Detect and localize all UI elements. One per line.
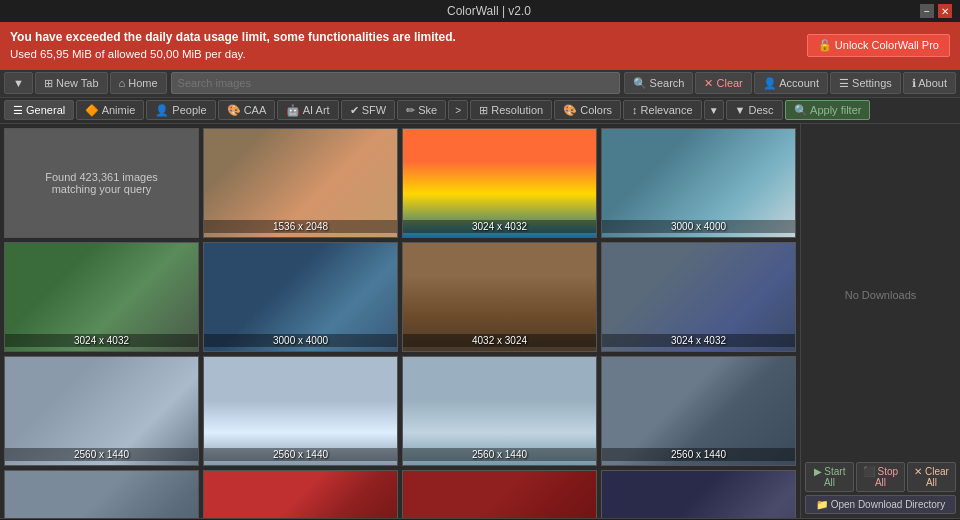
image-size-label: 3024 x 4032: [602, 334, 795, 347]
banner: You have exceeded the daily data usage l…: [0, 22, 960, 70]
image-size-label: 4032 x 3024: [403, 334, 596, 347]
unlock-button[interactable]: 🔓 Unlock ColorWall Pro: [807, 34, 950, 57]
search-button[interactable]: 🔍 Search: [624, 72, 694, 94]
sidebar: No Downloads ▶ Start All ⬛ Stop All ✕ Cl…: [800, 124, 960, 518]
dl-row-2: 📁 Open Download Directory: [805, 495, 956, 514]
filter-bar: ☰ General 🔶 Animie 👤 People 🎨 CAA 🤖 AI A…: [0, 98, 960, 124]
account-button[interactable]: 👤 Account: [754, 72, 828, 94]
filter-ai-art[interactable]: 🤖 AI Art: [277, 100, 338, 120]
banner-line2: Used 65,95 MiB of allowed 50,00 MiB per …: [10, 48, 246, 60]
grid-image-8[interactable]: 2560 x 1440: [203, 356, 398, 466]
image-size-label: 3000 x 4000: [602, 220, 795, 233]
grid-image-5[interactable]: 4032 x 3024: [402, 242, 597, 352]
filter-relevance[interactable]: ↕ Relevance: [623, 100, 702, 120]
image-size-label: 1536 x 2048: [204, 220, 397, 233]
search-container: [171, 72, 620, 94]
filter-colors[interactable]: 🎨 Colors: [554, 100, 621, 120]
search-input[interactable]: [171, 72, 620, 94]
grid-image-4[interactable]: 3000 x 4000: [203, 242, 398, 352]
home-button[interactable]: ⌂ Home: [110, 72, 167, 94]
filter-more2-button[interactable]: ▼: [704, 100, 724, 120]
no-downloads-label: No Downloads: [805, 128, 956, 462]
filter-people[interactable]: 👤 People: [146, 100, 215, 120]
title-bar-title: ColorWall | v2.0: [58, 4, 920, 18]
title-bar: ColorWall | v2.0 − ✕: [0, 0, 960, 22]
grid-image-13[interactable]: [402, 470, 597, 518]
settings-button[interactable]: ☰ Settings: [830, 72, 901, 94]
dl-row-1: ▶ Start All ⬛ Stop All ✕ Clear All: [805, 462, 956, 492]
grid-image-6[interactable]: 3024 x 4032: [601, 242, 796, 352]
image-size-label: 2560 x 1440: [602, 448, 795, 461]
image-size-label: 2560 x 1440: [5, 448, 198, 461]
grid-image-7[interactable]: 2560 x 1440: [4, 356, 199, 466]
image-size-label: 3000 x 4000: [204, 334, 397, 347]
image-size-label: 3024 x 4032: [403, 220, 596, 233]
dropdown-button[interactable]: ▼: [4, 72, 33, 94]
clear-button[interactable]: ✕ Clear: [695, 72, 751, 94]
filter-sfw[interactable]: ✔ SFW: [341, 100, 396, 120]
about-button[interactable]: ℹ About: [903, 72, 956, 94]
sidebar-buttons: ▶ Start All ⬛ Stop All ✕ Clear All 📁 Ope…: [805, 462, 956, 514]
new-tab-button[interactable]: ⊞ New Tab: [35, 72, 108, 94]
filter-apply[interactable]: 🔍 Apply filter: [785, 100, 871, 120]
image-grid: Found 423,361 images matching your query…: [0, 124, 800, 518]
title-bar-controls: − ✕: [920, 4, 952, 18]
found-images-text: Found 423,361 images matching your query: [4, 128, 199, 238]
grid-image-11[interactable]: [4, 470, 199, 518]
grid-image-2[interactable]: 3000 x 4000: [601, 128, 796, 238]
filter-sketches[interactable]: ✏ Ske: [397, 100, 446, 120]
image-size-label: 2560 x 1440: [403, 448, 596, 461]
grid-image-14[interactable]: [601, 470, 796, 518]
nav-bar: ▼ ⊞ New Tab ⌂ Home 🔍 Search ✕ Clear 👤 Ac…: [0, 70, 960, 98]
grid-image-1[interactable]: 3024 x 4032: [402, 128, 597, 238]
grid-image-3[interactable]: 3024 x 4032: [4, 242, 199, 352]
main-area: Found 423,361 images matching your query…: [0, 124, 960, 518]
filter-resolution[interactable]: ⊞ Resolution: [470, 100, 552, 120]
grid-image-10[interactable]: 2560 x 1440: [601, 356, 796, 466]
close-button[interactable]: ✕: [938, 4, 952, 18]
banner-line1: You have exceeded the daily data usage l…: [10, 30, 456, 44]
start-all-button[interactable]: ▶ Start All: [805, 462, 854, 492]
grid-image-9[interactable]: 2560 x 1440: [402, 356, 597, 466]
filter-animie[interactable]: 🔶 Animie: [76, 100, 144, 120]
filter-more-button[interactable]: >: [448, 100, 468, 120]
open-dir-button[interactable]: 📁 Open Download Directory: [805, 495, 956, 514]
image-size-label: 3024 x 4032: [5, 334, 198, 347]
image-size-label: 2560 x 1440: [204, 448, 397, 461]
stop-all-button[interactable]: ⬛ Stop All: [856, 462, 905, 492]
filter-caa[interactable]: 🎨 CAA: [218, 100, 276, 120]
clear-all-button[interactable]: ✕ Clear All: [907, 462, 956, 492]
grid-image-12[interactable]: [203, 470, 398, 518]
banner-text: You have exceeded the daily data usage l…: [10, 28, 456, 64]
filter-general[interactable]: ☰ General: [4, 100, 74, 120]
grid-image-0[interactable]: 1536 x 2048: [203, 128, 398, 238]
minimize-button[interactable]: −: [920, 4, 934, 18]
found-count: Found 423,361 images matching your query: [45, 171, 158, 195]
filter-desc[interactable]: ▼ Desc: [726, 100, 783, 120]
